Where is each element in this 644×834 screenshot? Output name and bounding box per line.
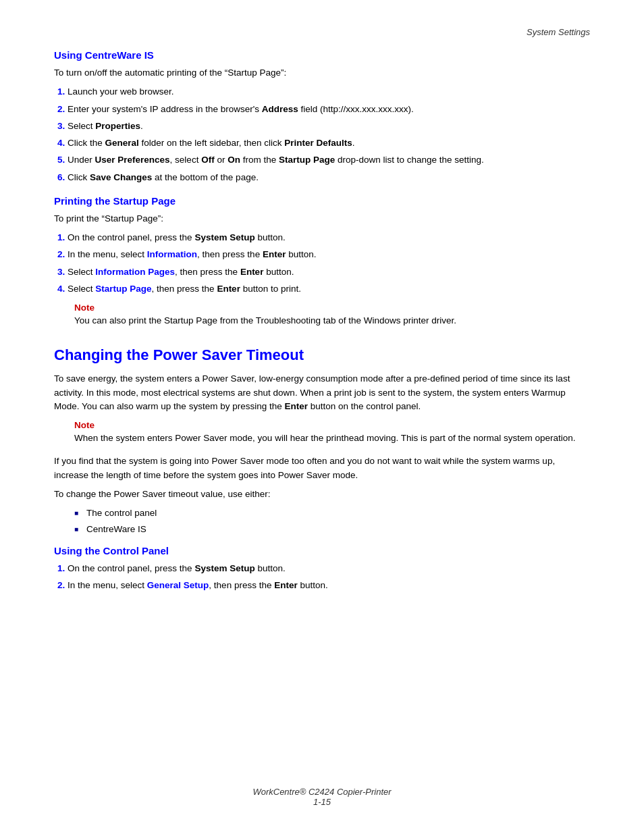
bold-text: Enter [263, 249, 286, 259]
header-title: System Settings [527, 27, 590, 37]
bold-text: System Setup [194, 563, 254, 573]
list-item: The control panel [74, 506, 590, 520]
link-information: Information [147, 249, 197, 259]
note-label: Note [74, 303, 590, 313]
list-item: Click the General folder on the left sid… [68, 136, 590, 150]
bold-text: Address [262, 104, 298, 114]
footer-line1: WorkCentre® C2424 Copier-Printer [0, 787, 644, 797]
bold-text: Startup Page [279, 155, 335, 165]
bold-text: Enter [217, 284, 240, 294]
list-item: Click Save Changes at the bottom of the … [68, 171, 590, 184]
list-item: Under User Preferences, select Off or On… [68, 153, 590, 167]
bold-text: Printer Defaults [284, 138, 352, 148]
power-saver-intro: To save energy, the system enters a Powe… [54, 372, 590, 413]
section-centreware: Using CentreWare IS To turn on/off the a… [54, 49, 590, 184]
printing-startup-title: Printing the Startup Page [54, 195, 590, 207]
page-header: System Settings [54, 27, 590, 37]
list-item: Enter your system's IP address in the br… [68, 103, 590, 116]
bold-text: Off [201, 155, 215, 165]
power-saver-bullets: The control panel CentreWare IS [74, 506, 590, 537]
power-saver-title: Changing the Power Saver Timeout [54, 346, 590, 364]
list-item: In the menu, select General Setup, then … [68, 579, 590, 592]
list-item: Select Startup Page, then press the Ente… [68, 282, 590, 296]
centreware-title: Using CentreWare IS [54, 49, 590, 61]
bold-text: On [227, 155, 240, 165]
bold-text: Properties [95, 121, 140, 131]
link-general-setup: General Setup [147, 580, 209, 590]
centreware-intro: To turn on/off the automatic printing of… [54, 66, 590, 80]
page: System Settings Using CentreWare IS To t… [0, 0, 644, 834]
page-footer: WorkCentre® C2424 Copier-Printer 1-15 [0, 787, 644, 807]
link-startup-page: Startup Page [95, 284, 151, 294]
bold-text: Save Changes [90, 172, 152, 182]
printing-startup-intro: To print the “Startup Page”: [54, 212, 590, 226]
bold-text: Enter [284, 401, 308, 411]
list-item: On the control panel, press the System S… [68, 562, 590, 575]
control-panel-steps: On the control panel, press the System S… [68, 562, 590, 593]
note-power-saver: Note When the system enters Power Saver … [74, 420, 590, 445]
list-item: CentreWare IS [74, 523, 590, 536]
list-item: In the menu, select Information, then pr… [68, 248, 590, 261]
section-control-panel: Using the Control Panel On the control p… [54, 545, 590, 593]
bold-text: User Preferences [95, 155, 170, 165]
link-information-pages: Information Pages [95, 267, 175, 277]
bold-text: System Setup [194, 232, 254, 242]
list-item: Select Properties. [68, 120, 590, 133]
list-item: On the control panel, press the System S… [68, 231, 590, 244]
list-item: Select Information Pages, then press the… [68, 265, 590, 279]
list-item: Launch your web browser. [68, 85, 590, 99]
section-printing-startup: Printing the Startup Page To print the “… [54, 195, 590, 328]
printing-startup-steps: On the control panel, press the System S… [68, 231, 590, 296]
footer-line2: 1-15 [0, 797, 644, 807]
bold-text: Enter [274, 580, 298, 590]
power-saver-para2: If you find that the system is going int… [54, 454, 590, 482]
control-panel-title: Using the Control Panel [54, 545, 590, 556]
centreware-steps: Launch your web browser. Enter your syst… [68, 85, 590, 184]
note-text: When the system enters Power Saver mode,… [74, 432, 590, 445]
note-text: You can also print the Startup Page from… [74, 314, 590, 328]
note-label: Note [74, 420, 590, 430]
bold-text: General [105, 138, 139, 148]
note-startup: Note You can also print the Startup Page… [74, 303, 590, 328]
bold-text: Enter [240, 267, 264, 277]
power-saver-para3: To change the Power Saver timeout value,… [54, 488, 590, 501]
section-power-saver: Changing the Power Saver Timeout To save… [54, 346, 590, 592]
